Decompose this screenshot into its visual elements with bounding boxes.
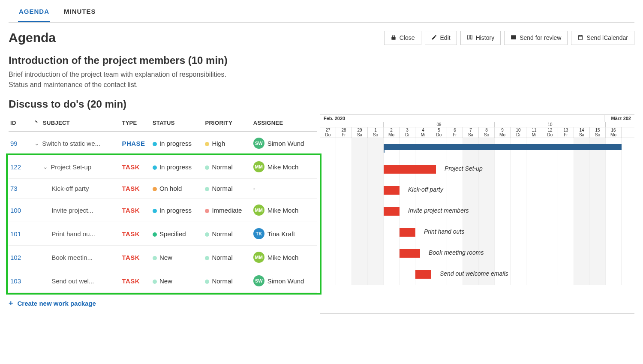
tab-minutes[interactable]: MINUTES	[63, 0, 97, 22]
section-discuss-heading: Discuss to do's (20 min)	[9, 98, 634, 110]
gantt-row: Send out welcome emails	[320, 264, 634, 285]
gantt-day: 8So	[479, 127, 495, 138]
priority-text: Normal	[212, 163, 232, 171]
send-ical-label: Send iCalendar	[586, 34, 628, 41]
gantt-day: 14Sa	[574, 127, 590, 138]
work-package-id[interactable]: 73	[10, 185, 18, 192]
gantt-bar[interactable]	[384, 144, 622, 150]
gantt-day: 10Di	[511, 127, 526, 138]
plus-icon: +	[9, 299, 13, 308]
table-row[interactable]: 122 ⌄Project Set-up TASK In progress Nor…	[9, 155, 317, 179]
col-subject[interactable]: SUBJECT	[33, 114, 120, 132]
gantt-row: Print hand outs	[320, 222, 634, 243]
priority-dot	[205, 142, 209, 146]
gantt-day: 5Do	[431, 127, 447, 138]
send-review-button[interactable]: Send for review	[504, 31, 568, 45]
chevron-down-icon[interactable]: ⌄	[34, 140, 39, 147]
type-badge: TASK	[122, 185, 140, 192]
status-dot	[153, 165, 157, 170]
create-label: Create new work package	[18, 300, 96, 307]
col-status[interactable]: STATUS	[151, 114, 204, 132]
gantt-chart[interactable]: Feb. 2020 März 202 091011 27Do28Fr29Sa1S…	[320, 114, 634, 314]
work-package-id[interactable]: 122	[10, 163, 21, 171]
hierarchy-icon	[34, 120, 39, 126]
table-row[interactable]: 101 Print hand ou... TASK Specified Norm…	[9, 222, 317, 246]
work-package-id[interactable]: 103	[10, 277, 21, 285]
status-text: In progress	[159, 140, 192, 147]
gantt-bar-label: Invite project members	[408, 207, 469, 214]
table-row[interactable]: 102 Book meetin... TASK New Normal MMMik…	[9, 246, 317, 269]
assignee-name: -	[253, 185, 255, 192]
chevron-down-icon[interactable]: ⌄	[43, 163, 48, 170]
subject-text: Print hand ou...	[51, 230, 95, 238]
gantt-week: 11	[606, 122, 634, 127]
gantt-bar-label: Print hand outs	[424, 228, 464, 235]
subject-text: Book meetin...	[51, 254, 93, 261]
send-review-label: Send for review	[520, 34, 561, 41]
assignee-name: Mike Moch	[267, 254, 299, 261]
gantt-row: Kick-off party	[320, 180, 634, 201]
work-package-id[interactable]: 100	[10, 207, 21, 214]
edit-label: Edit	[440, 34, 451, 41]
history-button[interactable]: History	[460, 31, 501, 45]
status-text: On hold	[159, 185, 182, 192]
assignee-name: Simon Wund	[267, 277, 304, 285]
pencil-icon	[431, 34, 437, 42]
status-dot	[153, 256, 157, 260]
assignee-name: Mike Moch	[267, 207, 299, 214]
close-button[interactable]: Close	[384, 31, 421, 45]
status-text: New	[159, 254, 172, 261]
gantt-day: 28Fr	[336, 127, 352, 138]
status-dot	[153, 187, 157, 191]
priority-text: Immediate	[212, 207, 242, 214]
gantt-bar[interactable]	[400, 249, 420, 258]
table-row[interactable]: 100 Invite project... TASK In progress I…	[9, 199, 317, 222]
table-row[interactable]: 99 ⌄Switch to static we... PHASE In prog…	[9, 132, 317, 155]
gantt-bar[interactable]	[384, 165, 436, 174]
priority-text: Normal	[212, 230, 232, 238]
create-work-package-button[interactable]: + Create new work package	[9, 299, 317, 308]
work-package-id[interactable]: 101	[10, 230, 21, 238]
mail-icon	[511, 34, 517, 42]
work-package-id[interactable]: 99	[10, 140, 18, 147]
section-intro-line2: Status and maintenance of the contact li…	[9, 81, 634, 89]
gantt-row: Book meeting rooms	[320, 243, 634, 264]
col-assignee[interactable]: ASSIGNEE	[252, 114, 317, 132]
col-type[interactable]: TYPE	[120, 114, 150, 132]
table-row[interactable]: 73 Kick-off party TASK On hold Normal -	[9, 179, 317, 199]
gantt-bar[interactable]	[384, 186, 400, 195]
work-package-id[interactable]: 102	[10, 254, 21, 261]
edit-button[interactable]: Edit	[425, 31, 457, 45]
gantt-day: 15So	[590, 127, 606, 138]
gantt-bar[interactable]	[400, 228, 415, 237]
send-icalendar-button[interactable]: Send iCalendar	[571, 31, 634, 45]
type-badge: TASK	[122, 163, 140, 171]
gantt-day: 4Mi	[415, 127, 431, 138]
close-label: Close	[400, 34, 415, 41]
work-package-table: ID SUBJECT TYPE STATUS PRIORITY ASSIGNEE…	[9, 114, 317, 314]
gantt-week: 09	[384, 122, 495, 127]
subject-text: Kick-off party	[51, 185, 89, 192]
priority-dot	[205, 280, 209, 284]
subject-text: Send out wel...	[51, 277, 94, 285]
tab-agenda[interactable]: AGENDA	[18, 0, 50, 22]
subject-text: Invite project...	[51, 207, 93, 214]
gantt-week: 10	[495, 122, 606, 127]
gantt-bar[interactable]	[415, 270, 431, 279]
col-priority[interactable]: PRIORITY	[203, 114, 251, 132]
gantt-row: Project Set-up	[320, 159, 634, 180]
status-text: In progress	[159, 163, 192, 171]
status-dot	[153, 209, 157, 213]
assignee-name: Tina Kraft	[267, 230, 295, 238]
gantt-bar[interactable]	[384, 207, 400, 216]
calendar-icon	[577, 34, 583, 42]
type-badge: TASK	[122, 207, 140, 214]
avatar: TK	[253, 228, 264, 239]
gantt-day: 1So	[368, 127, 384, 138]
col-id[interactable]: ID	[9, 114, 33, 132]
gantt-day: 12Do	[542, 127, 558, 138]
avatar: SW	[253, 138, 264, 149]
table-row[interactable]: 103 Send out wel... TASK New Normal SWSi…	[9, 269, 317, 293]
status-dot	[153, 280, 157, 284]
gantt-day: 13Fr	[558, 127, 574, 138]
